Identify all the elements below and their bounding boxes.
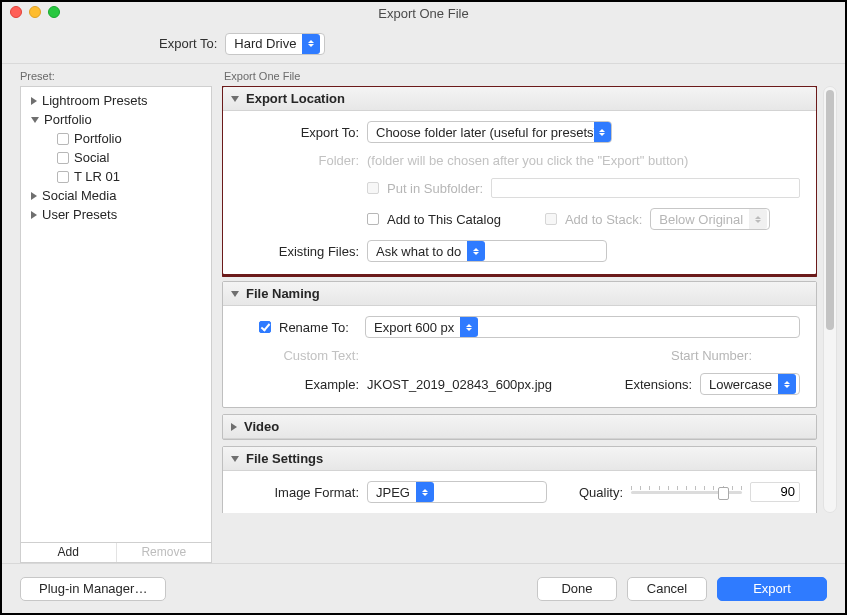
panel-header[interactable]: File Naming — [223, 282, 816, 306]
done-button[interactable]: Done — [537, 577, 617, 601]
scrollbar-thumb[interactable] — [826, 90, 834, 330]
preset-buttons: Add Remove — [20, 543, 212, 563]
preset-item[interactable]: T LR 01 — [21, 167, 211, 186]
quality-input[interactable]: 90 — [750, 482, 800, 502]
cancel-button[interactable]: Cancel — [627, 577, 707, 601]
disclosure-icon — [31, 97, 37, 105]
add-to-stack-label: Add to Stack: — [565, 212, 642, 227]
chevron-updown-icon — [302, 34, 320, 54]
zoom-icon[interactable] — [48, 6, 60, 18]
extensions-select[interactable]: Lowercase — [700, 373, 800, 395]
example-label: Example: — [239, 377, 359, 392]
panel-header[interactable]: File Settings — [223, 447, 816, 471]
disclosure-icon — [31, 211, 37, 219]
quality-label: Quality: — [579, 485, 623, 500]
add-to-catalog-checkbox[interactable] — [367, 213, 379, 225]
folder-label: Folder: — [239, 153, 359, 168]
preset-group[interactable]: User Presets — [21, 205, 211, 224]
chevron-updown-icon — [467, 241, 485, 261]
export-to-label: Export To: — [159, 36, 217, 51]
disclosure-icon — [231, 423, 237, 431]
image-format-label: Image Format: — [239, 485, 359, 500]
titlebar: Export One File — [2, 2, 845, 24]
add-to-stack-checkbox — [545, 213, 557, 225]
chevron-updown-icon — [778, 374, 796, 394]
disclosure-icon — [31, 192, 37, 200]
subfolder-input — [491, 178, 800, 198]
stack-position-select: Below Original — [650, 208, 770, 230]
disclosure-icon — [231, 291, 239, 297]
vertical-scrollbar[interactable] — [823, 86, 837, 513]
checkbox[interactable] — [57, 133, 69, 145]
preset-item[interactable]: Social — [21, 148, 211, 167]
panel-header[interactable]: Video — [223, 415, 816, 439]
existing-files-label: Existing Files: — [239, 244, 359, 259]
preset-group[interactable]: Portfolio — [21, 110, 211, 129]
dialog-footer: Plug-in Manager… Done Cancel Export — [2, 563, 845, 613]
preset-list[interactable]: Lightroom Presets Portfolio Portfolio So… — [20, 86, 212, 543]
start-number-label: Start Number: — [671, 348, 752, 363]
disclosure-icon — [31, 117, 39, 123]
add-to-catalog-label: Add to This Catalog — [387, 212, 501, 227]
window-title: Export One File — [378, 6, 468, 21]
preset-item[interactable]: Portfolio — [21, 129, 211, 148]
close-icon[interactable] — [10, 6, 22, 18]
checkbox[interactable] — [57, 152, 69, 164]
subfolder-label: Put in Subfolder: — [387, 181, 483, 196]
preset-group[interactable]: Lightroom Presets — [21, 91, 211, 110]
example-value: JKOST_2019_02843_600px.jpg — [367, 377, 552, 392]
preset-column: Preset: Lightroom Presets Portfolio Port… — [2, 64, 212, 563]
custom-text-label: Custom Text: — [239, 348, 359, 363]
export-to-select[interactable]: Hard Drive — [225, 33, 325, 55]
export-button[interactable]: Export — [717, 577, 827, 601]
subfolder-checkbox — [367, 182, 379, 194]
file-settings-panel: File Settings Image Format: JPEG Qualit — [222, 446, 817, 513]
settings-column: Export One File Export Location Export T… — [212, 64, 845, 563]
file-naming-panel: File Naming Rename To: Export 600 px — [222, 281, 817, 408]
chevron-updown-icon — [460, 317, 478, 337]
rename-to-checkbox[interactable] — [259, 321, 271, 333]
el-export-to-select[interactable]: Choose folder later (useful for presets) — [367, 121, 612, 143]
preset-group[interactable]: Social Media — [21, 186, 211, 205]
extensions-label: Extensions: — [625, 377, 692, 392]
preset-label: Preset: — [20, 70, 212, 82]
add-preset-button[interactable]: Add — [21, 543, 116, 562]
minimize-icon[interactable] — [29, 6, 41, 18]
quality-slider[interactable] — [631, 484, 742, 500]
video-panel: Video — [222, 414, 817, 440]
disclosure-icon — [231, 96, 239, 102]
right-heading: Export One File — [222, 70, 837, 82]
export-location-panel: Export Location Export To: Choose folder… — [222, 86, 817, 275]
checkbox[interactable] — [57, 171, 69, 183]
disclosure-icon — [231, 456, 239, 462]
top-bar: Export To: Hard Drive — [2, 24, 845, 64]
image-format-select[interactable]: JPEG — [367, 481, 547, 503]
chevron-updown-icon — [416, 482, 434, 502]
panel-header[interactable]: Export Location — [223, 87, 816, 111]
plugin-manager-button[interactable]: Plug-in Manager… — [20, 577, 166, 601]
remove-preset-button: Remove — [117, 543, 212, 562]
export-dialog: Export One File Export To: Hard Drive Pr… — [0, 0, 847, 615]
rename-to-select[interactable]: Export 600 px — [365, 316, 800, 338]
chevron-updown-icon — [594, 122, 611, 142]
rename-to-label: Rename To: — [279, 320, 357, 335]
el-export-to-label: Export To: — [239, 125, 359, 140]
chevron-updown-icon — [749, 209, 767, 229]
existing-files-select[interactable]: Ask what to do — [367, 240, 607, 262]
window-controls — [10, 6, 60, 18]
folder-hint: (folder will be chosen after you click t… — [367, 153, 688, 168]
